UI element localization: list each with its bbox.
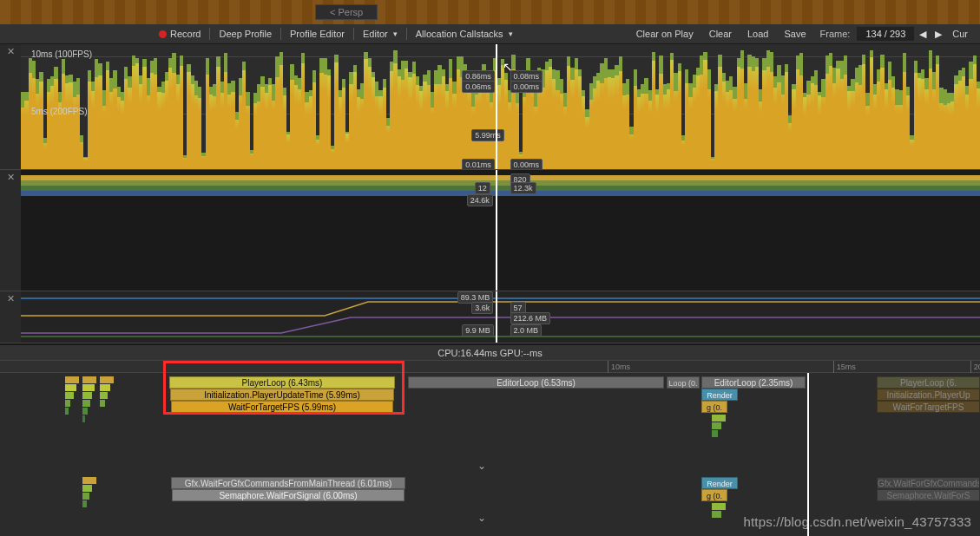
timeline-block-playerloop[interactable]: PlayerLoop (6.43ms) [169, 376, 395, 389]
chart-2[interactable]: 12 820 12.3k 24.6k [21, 170, 980, 291]
stack-column [82, 477, 96, 508]
timeline-block-editorloop2[interactable]: EditorLoop (2.35ms) [701, 376, 806, 389]
chevron-down-icon[interactable]: ⌄ [477, 460, 486, 472]
value-badge: 9.9 MB [462, 324, 494, 337]
value-badge: 0.01ms [462, 159, 495, 169]
close-icon[interactable]: ✕ [0, 291, 21, 343]
record-label: Record [170, 29, 201, 39]
timeline-block-render2[interactable]: Render [701, 477, 738, 489]
persp-label[interactable]: < Persp [315, 4, 378, 20]
separator [353, 28, 354, 40]
timeline-block-dim: Semaphore.WaitForS [877, 489, 980, 501]
value-badge: 3.6k [471, 302, 493, 314]
timeline-block-dim: Gfx.WaitForGfxCommandsFrom [877, 477, 980, 489]
memory-lines [21, 291, 980, 343]
memory-chart[interactable]: 89.3 MB 3.6k 57 212.6 MB 9.9 MB 2.0 MB [21, 291, 980, 343]
timeline-body[interactable]: PlayerLoop (6.43ms) Initialization.Playe… [0, 373, 980, 536]
timeline-block-init[interactable]: Initialization.PlayerUpdateTime (5.99ms) [170, 389, 394, 401]
timeline-block-dim: WaitForTargetFPS [877, 401, 980, 413]
stack-column [100, 376, 114, 408]
value-badge: 212.6 MB [510, 312, 551, 324]
timeline-block-dim: Initialization.PlayerUp [877, 389, 980, 401]
record-dot-icon [159, 30, 167, 38]
alloc-callstacks-dropdown[interactable]: Allocation Callstacks▾ [409, 27, 520, 41]
load-button[interactable]: Load [740, 27, 775, 41]
editor-dropdown[interactable]: Editor▾ [356, 27, 404, 41]
frame-label: Frame: [815, 29, 856, 39]
chevron-down-icon: ▾ [393, 29, 398, 38]
memory-row: ✕ 89.3 MB 3.6k 57 212.6 MB 9.9 MB 2.0 MB [0, 291, 980, 343]
playhead-scrubber[interactable] [496, 291, 497, 343]
timeline-block[interactable]: g (0. [701, 489, 727, 501]
timeline-ruler[interactable]: 10ms 15ms 20m [0, 361, 980, 373]
stack-column [65, 376, 79, 415]
stack-column [712, 415, 726, 438]
gridline-10ms: 10ms (100FPS) [31, 49, 92, 59]
deep-profile-button[interactable]: Deep Profile [212, 27, 279, 41]
close-icon[interactable]: ✕ [0, 170, 21, 291]
record-button[interactable]: Record [152, 27, 207, 41]
timeline-block-wait[interactable]: WaitForTargetFPS (5.99ms) [171, 401, 393, 413]
timeline-pane: CPU:16.44ms GPU:--ms 10ms 15ms 20m Playe… [0, 343, 980, 536]
chevron-down-icon[interactable]: ⌄ [477, 512, 486, 524]
separator [280, 28, 281, 40]
cpu-usage-chart[interactable]: 10ms (100FPS) 5ms (200FPS) ↖ 0.86ms 0.06… [21, 44, 980, 169]
current-button[interactable]: Cur [947, 27, 975, 41]
ruler-tick: 15ms [833, 361, 856, 373]
playhead-scrubber[interactable] [496, 44, 497, 169]
value-badge: 2.0 MB [510, 324, 543, 337]
timeline-header: CPU:16.44ms GPU:--ms [0, 345, 980, 361]
value-badge: 24.6k [467, 194, 493, 206]
timeline-block-gfx[interactable]: Gfx.WaitForGfxCommandsFromMainThread (6.… [171, 477, 405, 489]
profiler-toolbar: Record Deep Profile Profile Editor Edito… [0, 24, 980, 44]
clear-button[interactable]: Clear [702, 27, 739, 41]
save-button[interactable]: Save [777, 27, 812, 41]
timeline-block-sema[interactable]: Semaphore.WaitForSignal (6.00ms) [172, 489, 404, 501]
watermark: https://blog.csdn.net/weixin_43757333 [743, 514, 971, 529]
close-icon[interactable]: ✕ [0, 44, 21, 169]
separator [209, 28, 210, 40]
stacked-lines [21, 175, 980, 196]
playhead-scrubber[interactable] [496, 170, 497, 291]
chevron-down-icon: ▾ [509, 29, 513, 38]
gridline-5ms: 5ms (200FPS) [31, 107, 87, 116]
value-badge: 0.00ms [510, 159, 543, 169]
value-badge: 5.99ms [471, 129, 504, 141]
stack-column [712, 503, 726, 519]
value-badge: 12 [475, 182, 490, 194]
timeline-block-dim: PlayerLoop (6. [877, 376, 980, 389]
clear-on-play-button[interactable]: Clear on Play [629, 27, 700, 41]
profile-editor-button[interactable]: Profile Editor [283, 27, 352, 41]
value-badge: 0.06ms [462, 81, 495, 93]
stack-column [82, 376, 96, 423]
preview-strip: < Persp [0, 0, 980, 24]
timeline-block-editorloop[interactable]: EditorLoop (6.53ms) [408, 376, 664, 389]
ruler-tick: 10ms [608, 361, 630, 373]
frame-count[interactable]: 134 / 293 [857, 27, 914, 41]
next-frame-button[interactable]: ▶ [931, 29, 945, 40]
cursor-icon: ↖ [503, 60, 513, 74]
timeline-block-loop[interactable]: Loop (0. [667, 376, 700, 389]
chart-row-2: ✕ 12 820 12.3k 24.6k [0, 170, 980, 291]
cpu-usage-row: ✕ 10ms (100FPS) 5ms (200FPS) ↖ 0.86ms 0.… [0, 44, 980, 170]
ruler-tick: 20m [970, 361, 980, 373]
separator [406, 28, 407, 40]
timeline-block-render[interactable]: Render [701, 389, 738, 401]
value-badge: 0.00ms [510, 81, 543, 93]
profiler-panels: ✕ 10ms (100FPS) 5ms (200FPS) ↖ 0.86ms 0.… [0, 44, 980, 536]
value-badge: 12.3k [510, 182, 536, 194]
cpu-graph-bars [21, 44, 980, 169]
prev-frame-button[interactable]: ◀ [916, 29, 930, 40]
timeline-block-render-sub[interactable]: g (0. [701, 401, 727, 413]
playhead-scrubber[interactable] [807, 373, 809, 536]
preview-thumbnails [0, 0, 980, 24]
